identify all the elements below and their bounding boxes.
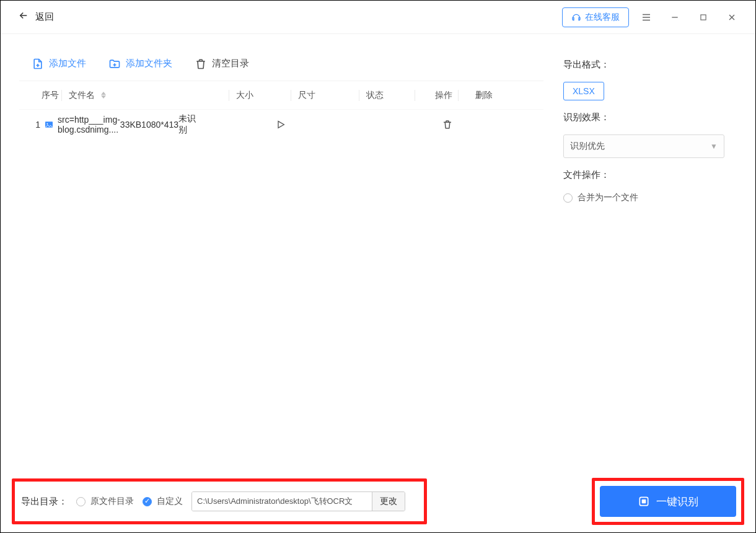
export-dir-group: 导出目录： 原文件目录 自定义 更改: [12, 478, 427, 524]
col-operation: 操作: [422, 90, 465, 101]
table-header: 序号 文件名 大小 尺寸 状态 操作 删除: [19, 81, 543, 110]
col-delete: 删除: [465, 90, 503, 101]
main-area: 添加文件 添加文件夹 清空目录 序号 文件名 大小 尺寸 状态 操作 删除: [1, 34, 755, 470]
clear-list-button[interactable]: 清空目录: [195, 58, 249, 70]
col-dimension: 尺寸: [298, 90, 366, 101]
cell-index: 1: [32, 120, 44, 130]
cell-size: 33KB: [120, 120, 141, 130]
scan-icon: [638, 495, 650, 508]
support-label: 在线客服: [585, 12, 620, 23]
cell-status: 未识别: [178, 113, 197, 136]
menu-button[interactable]: [635, 6, 657, 29]
sort-icon: [101, 92, 106, 99]
add-file-label: 添加文件: [49, 58, 86, 69]
table-row: 1 src=http___img-blog.csdnimg.... 33KB 1…: [19, 110, 543, 139]
export-path-input[interactable]: [192, 492, 372, 511]
merge-option-label: 合并为一个文件: [578, 192, 638, 203]
image-file-icon: [44, 120, 54, 130]
file-plus-icon: [32, 58, 44, 70]
footer-bar: 导出目录： 原文件目录 自定义 更改 一键识别: [1, 470, 755, 532]
row-run-button[interactable]: [197, 120, 364, 130]
maximize-button[interactable]: [692, 6, 714, 29]
effect-label: 识别效果：: [563, 112, 733, 123]
headset-icon: [571, 12, 581, 22]
fileop-label: 文件操作：: [563, 169, 733, 181]
cell-dimension: 1080*413: [141, 120, 178, 130]
path-input-group: 更改: [191, 491, 405, 511]
recognize-highlight: 一键识别: [592, 478, 744, 525]
file-panel: 添加文件 添加文件夹 清空目录 序号 文件名 大小 尺寸 状态 操作 删除: [19, 46, 543, 470]
recognize-label: 一键识别: [656, 495, 698, 509]
play-icon: [276, 120, 286, 130]
back-label: 返回: [35, 11, 54, 23]
export-original-option[interactable]: 原文件目录: [76, 496, 134, 507]
export-custom-option[interactable]: 自定义: [143, 496, 183, 507]
svg-rect-4: [701, 14, 706, 19]
add-folder-button[interactable]: 添加文件夹: [108, 58, 172, 70]
add-folder-label: 添加文件夹: [126, 58, 172, 69]
minimize-button[interactable]: [664, 6, 686, 29]
recognize-button[interactable]: 一键识别: [600, 486, 736, 517]
radio-checked-icon: [143, 497, 152, 506]
trash-icon: [195, 58, 207, 70]
svg-marker-13: [278, 121, 284, 128]
clear-list-label: 清空目录: [212, 58, 249, 69]
cell-filename: src=http___img-blog.csdnimg....: [44, 115, 120, 134]
arrow-left-icon: [18, 10, 29, 24]
svg-rect-15: [642, 500, 646, 504]
effect-value: 识别优先: [570, 141, 605, 152]
radio-icon: [563, 193, 573, 203]
settings-panel: 导出格式： XLSX 识别效果： 识别优先 ▼ 文件操作： 合并为一个文件: [558, 46, 744, 470]
folder-plus-icon: [108, 58, 121, 70]
support-button[interactable]: 在线客服: [562, 7, 629, 27]
col-status: 状态: [366, 90, 422, 101]
svg-point-12: [46, 123, 48, 125]
col-filename[interactable]: 文件名: [69, 90, 236, 101]
col-index: 序号: [32, 90, 69, 101]
close-button[interactable]: [721, 6, 743, 29]
add-file-button[interactable]: 添加文件: [32, 58, 86, 70]
title-bar: 返回 在线客服: [1, 1, 755, 34]
row-delete-button[interactable]: [364, 119, 531, 130]
back-button[interactable]: 返回: [18, 10, 54, 24]
col-size: 大小: [236, 90, 298, 101]
format-label: 导出格式：: [563, 59, 733, 71]
chevron-down-icon: ▼: [710, 142, 718, 151]
radio-icon: [76, 497, 86, 506]
export-label: 导出目录：: [21, 496, 68, 508]
change-path-button[interactable]: 更改: [372, 492, 405, 511]
effect-select[interactable]: 识别优先 ▼: [563, 134, 724, 158]
file-toolbar: 添加文件 添加文件夹 清空目录: [19, 46, 543, 81]
merge-option[interactable]: 合并为一个文件: [563, 192, 733, 203]
format-xlsx-chip[interactable]: XLSX: [563, 82, 604, 100]
trash-icon: [442, 119, 453, 130]
